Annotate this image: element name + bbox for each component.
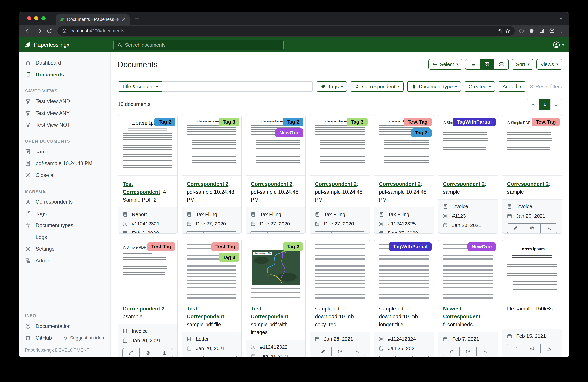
download-button[interactable] <box>476 347 493 356</box>
document-thumbnail[interactable]: Lorem ipsum <box>503 240 562 300</box>
correspondent-link[interactable]: Test Correspondent <box>123 181 160 195</box>
view-button[interactable] <box>331 232 348 234</box>
correspondent-link[interactable]: Newest Correspondent <box>443 306 481 320</box>
download-button[interactable] <box>284 232 301 234</box>
tag-badge-test-tag[interactable]: Test Tag <box>404 118 432 126</box>
edit-button[interactable] <box>507 344 524 353</box>
view-button[interactable] <box>203 356 220 358</box>
view-button[interactable] <box>524 344 540 353</box>
sidebar-item-documentation[interactable]: Documentation <box>19 320 110 332</box>
tag-badge-test-tag[interactable]: Test Tag <box>211 242 239 251</box>
tag-badge-tag-3[interactable]: Tag 3 <box>219 118 239 126</box>
document-card[interactable]: sample-pdf-download-10-mb copy_redJan 26… <box>310 240 370 358</box>
title-content-field-selector[interactable]: Title & content▾ <box>118 81 162 92</box>
document-card[interactable]: Lorem IpsumTag 2Test Correspondent: A Sa… <box>118 115 178 234</box>
minimize-window-button[interactable] <box>34 16 39 20</box>
filter-document-type-button[interactable]: Document type▾ <box>407 81 461 92</box>
document-card[interactable]: A Simple PDF FileTest TagCorrespondent 2… <box>118 240 178 358</box>
view-button[interactable] <box>460 233 476 234</box>
sidebar-item-tags[interactable]: Tags <box>19 208 110 220</box>
app-logo[interactable]: Paperless-ngx <box>24 41 69 49</box>
tag-badge-newone[interactable]: NewOne <box>275 128 303 137</box>
document-thumbnail[interactable]: Adobe Acrobat PDF FilesTag 3 <box>182 115 241 176</box>
back-button[interactable] <box>25 28 32 34</box>
correspondent-link[interactable]: Correspondent 2 <box>123 306 164 312</box>
sidebar-item-settings[interactable]: Settings <box>19 243 110 255</box>
suggest-idea-link[interactable]: Suggest an idea <box>63 335 104 341</box>
view-button[interactable] <box>395 356 412 358</box>
document-card[interactable]: NewOneNewest Correspondent: f_combinedsF… <box>438 240 498 358</box>
tag-badge-tagwithpartial[interactable]: TagWithPartial <box>453 118 496 126</box>
filter-created-button[interactable]: Created▾ <box>465 81 495 92</box>
document-card[interactable]: A Simple PDF FileTest TagCorrespondent 2… <box>502 115 562 234</box>
sidebar-item-dashboard[interactable]: Dashboard <box>19 57 110 69</box>
view-button[interactable] <box>139 348 156 358</box>
sidebar-item-github[interactable]: GitHubSuggest an idea <box>19 332 110 344</box>
tag-badge-test-tag[interactable]: Test Tag <box>532 118 560 126</box>
sidebar-item-pdf-sample-10-24-48-pm[interactable]: pdf-sample 10.24.48 PM <box>19 158 110 169</box>
download-button[interactable] <box>156 348 173 358</box>
correspondent-link[interactable]: Correspondent 2 <box>443 181 485 187</box>
browser-menu-kebab-icon[interactable] <box>559 28 565 34</box>
document-thumbnail[interactable]: NewOne <box>438 240 498 300</box>
download-button[interactable] <box>348 347 365 356</box>
edit-button[interactable] <box>315 347 331 356</box>
bookmark-star-icon[interactable] <box>505 28 510 34</box>
document-card[interactable]: Adobe Acrobat PDF FilesTag 3Corresponden… <box>310 115 370 234</box>
document-card[interactable]: A Simple PDF FileTagWithPartialCorrespon… <box>438 115 498 234</box>
global-search[interactable] <box>113 40 284 50</box>
view-mode-details-button[interactable] <box>494 59 509 70</box>
edit-button[interactable] <box>507 224 524 233</box>
tab-close-icon[interactable] <box>122 17 126 22</box>
zoom-window-button[interactable] <box>41 16 45 20</box>
document-card[interactable]: Lorem ipsumfile-sample_150kBsFeb 15, 202… <box>502 240 562 358</box>
document-thumbnail[interactable]: Test TagTag 3 <box>182 240 241 300</box>
correspondent-link[interactable]: Correspondent 2 <box>187 181 229 187</box>
download-button[interactable] <box>412 356 429 358</box>
document-thumbnail[interactable]: Adobe Acrobat PDF FilesTag 3 <box>310 115 369 176</box>
reload-button[interactable] <box>46 28 52 34</box>
download-button[interactable] <box>348 232 365 234</box>
pagination-page-1[interactable]: 1 <box>539 99 550 110</box>
edit-button[interactable] <box>315 232 331 234</box>
filter-added-button[interactable]: Added▾ <box>499 81 525 92</box>
sidebar-item-logs[interactable]: Logs <box>19 231 110 243</box>
correspondent-link[interactable]: Correspondent 2 <box>379 181 421 187</box>
download-button[interactable] <box>220 232 237 234</box>
sidebar-item-test-view-not[interactable]: Test View NOT <box>19 119 110 131</box>
filter-tags-button[interactable]: Tags▾ <box>316 81 347 92</box>
correspondent-link[interactable]: Correspondent 2 <box>507 181 549 187</box>
document-card[interactable]: Adobe Acrobat PDF FilesTag 3Corresponden… <box>182 115 242 234</box>
select-button[interactable]: Select▾ <box>428 59 462 70</box>
sort-button[interactable]: Sort▾ <box>512 59 533 70</box>
pagination-next-button[interactable]: » <box>550 99 562 110</box>
document-card[interactable]: Boundary Waters TripTag 3Test Correspond… <box>246 240 306 358</box>
sidebar-item-correspondents[interactable]: Correspondents <box>19 196 110 208</box>
extensions-puzzle-icon[interactable] <box>529 28 535 34</box>
sidebar-item-close-all[interactable]: Close all <box>19 169 110 181</box>
tag-badge-tag-2[interactable]: Tag 2 <box>411 128 432 137</box>
view-button[interactable] <box>331 347 348 356</box>
sidebar-item-document-types[interactable]: Document types <box>19 220 110 231</box>
document-thumbnail[interactable] <box>310 240 369 300</box>
document-thumbnail[interactable]: TagWithPartial <box>374 240 434 300</box>
correspondent-link[interactable]: Correspondent 2 <box>251 181 293 187</box>
user-menu[interactable]: ▾ <box>552 41 564 49</box>
document-thumbnail[interactable]: A Simple PDF FileTest Tag <box>118 240 177 300</box>
tag-badge-tag-2[interactable]: Tag 2 <box>283 118 303 126</box>
pagination-prev-button[interactable]: « <box>527 99 539 110</box>
document-card[interactable]: Adobe Acrobat PDF FilesTest TagTag 2Corr… <box>374 115 434 234</box>
document-thumbnail[interactable]: Lorem IpsumTag 2 <box>118 115 177 176</box>
document-card[interactable]: TagWithPartialsample-pdf-download-10-mb-… <box>374 240 434 358</box>
edit-button[interactable] <box>443 233 460 234</box>
correspondent-link[interactable]: Test Correspondent <box>251 306 288 320</box>
view-mode-grid-button[interactable] <box>480 59 494 70</box>
document-card[interactable]: Test TagTag 3Test Correspondent: sample-… <box>182 240 242 358</box>
edit-button[interactable] <box>187 232 203 234</box>
download-button[interactable] <box>220 356 237 358</box>
tag-badge-tagwithpartial[interactable]: TagWithPartial <box>389 242 432 251</box>
tag-badge-test-tag[interactable]: Test Tag <box>147 242 175 251</box>
edit-button[interactable] <box>379 356 396 358</box>
views-button[interactable]: Views▾ <box>536 59 562 70</box>
close-window-button[interactable] <box>27 16 31 20</box>
